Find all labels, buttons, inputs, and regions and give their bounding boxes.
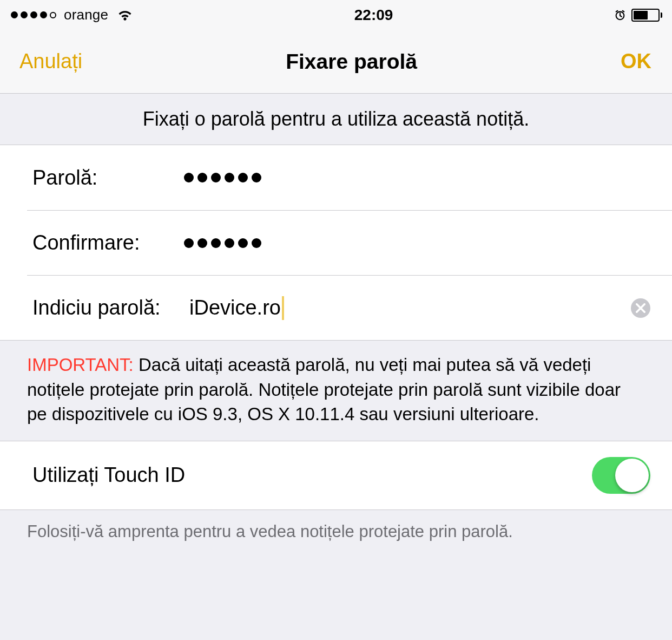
password-form: Parolă: Confirmare: Indiciu parolă: iDev… <box>0 145 672 341</box>
status-bar: orange 22:09 <box>0 0 672 30</box>
password-row[interactable]: Parolă: <box>0 145 672 210</box>
switch-knob <box>615 459 649 492</box>
touchid-group: Utilizați Touch ID <box>0 441 672 510</box>
cancel-button[interactable]: Anulați <box>19 50 82 73</box>
hint-row[interactable]: Indiciu parolă: iDevice.ro <box>27 275 672 340</box>
touchid-row: Utilizați Touch ID <box>0 441 672 510</box>
ok-button[interactable]: OK <box>621 50 651 73</box>
page-title: Fixare parolă <box>286 50 417 74</box>
battery-icon <box>631 9 662 22</box>
status-right <box>614 9 662 22</box>
clear-text-button[interactable] <box>631 298 650 318</box>
status-time: 22:09 <box>354 6 393 24</box>
confirm-row[interactable]: Confirmare: <box>27 210 672 275</box>
important-note: IMPORTANT: Dacă uitați această parolă, n… <box>0 341 672 441</box>
confirm-label: Confirmare: <box>32 231 179 254</box>
wifi-icon <box>117 9 133 21</box>
confirm-value <box>184 238 261 248</box>
instruction-text: Fixați o parolă pentru a utiliza această… <box>0 94 672 145</box>
status-left: orange <box>11 6 133 23</box>
nav-bar: Anulați Fixare parolă OK <box>0 30 672 94</box>
close-icon <box>636 303 645 313</box>
hint-input[interactable]: iDevice.ro <box>189 296 281 319</box>
touchid-switch[interactable] <box>592 457 650 494</box>
touchid-footer-note: Folosiți-vă amprenta pentru a vedea noti… <box>0 510 672 558</box>
touchid-label: Utilizați Touch ID <box>32 463 185 487</box>
carrier-label: orange <box>64 6 108 23</box>
hint-label: Indiciu parolă: <box>32 296 189 319</box>
password-label: Parolă: <box>32 166 179 190</box>
alarm-icon <box>614 9 626 21</box>
password-value <box>184 173 261 182</box>
signal-strength-icon <box>11 11 56 18</box>
important-label: IMPORTANT: <box>27 355 134 375</box>
text-cursor <box>282 296 284 320</box>
